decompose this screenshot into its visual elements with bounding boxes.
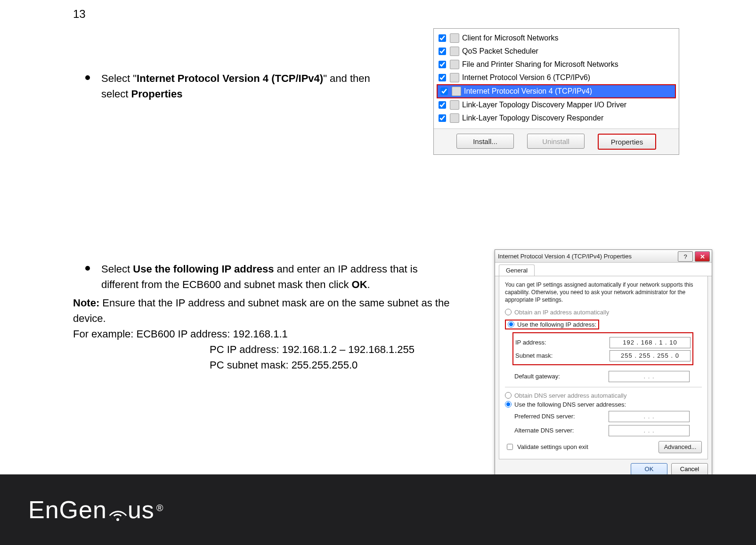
radio-obtain-ip[interactable]: Obtain an IP address automatically	[505, 309, 702, 316]
t: ECB600 IP address: 192.168.1.1	[133, 328, 287, 340]
help-button[interactable]: ?	[678, 251, 693, 262]
t: Properties	[131, 88, 183, 100]
protocol-icon	[452, 87, 461, 96]
preferred-dns-field[interactable]: . . .	[609, 411, 690, 422]
radio-use-dns[interactable]: Use the following DNS server addresses:	[505, 401, 702, 408]
alternate-dns-label: Alternate DNS server:	[514, 427, 604, 434]
brand-text-2: us	[128, 496, 154, 524]
t: OK	[352, 279, 367, 290]
connection-item[interactable]: Internet Protocol Version 6 (TCP/IPv6)	[437, 71, 676, 84]
connection-item-label: File and Printer Sharing for Microsoft N…	[462, 60, 618, 69]
footer: EnGen us ®	[0, 474, 756, 545]
radio-use-ip[interactable]: Use the following IP address:	[505, 320, 599, 329]
connection-item[interactable]: Client for Microsoft Networks	[437, 32, 676, 45]
example-label: For example:	[73, 328, 133, 340]
checkbox-input[interactable]	[439, 114, 446, 122]
screenshot-ipv4-properties: Internet Protocol Version 4 (TCP/IPv4) P…	[495, 249, 712, 481]
default-gateway-label: Default gateway:	[514, 373, 604, 380]
connection-item-label: Link-Layer Topology Discovery Mapper I/O…	[462, 101, 626, 109]
validate-checkbox[interactable]: Validate settings upon exit	[505, 442, 588, 451]
ok-button[interactable]: OK	[631, 463, 667, 475]
protocol-icon	[450, 113, 459, 123]
ip-address-label: IP address:	[515, 339, 605, 346]
connection-item-label: Client for Microsoft Networks	[462, 34, 559, 42]
connection-item-label: QoS Packet Scheduler	[462, 47, 538, 56]
radio-input[interactable]	[505, 392, 512, 399]
example-line-2: PC IP address: 192.168.1.2 – 192.168.1.2…	[210, 342, 450, 357]
note-text: Ensure that the IP address and subnet ma…	[73, 297, 449, 324]
protocol-icon	[450, 33, 459, 43]
connection-item-label: Internet Protocol Version 6 (TCP/IPv6)	[462, 73, 590, 82]
connection-item[interactable]: Link-Layer Topology Discovery Responder	[437, 112, 676, 125]
bullet-icon	[85, 75, 90, 80]
radio-label: Obtain DNS server address automatically	[514, 392, 626, 399]
default-gateway-field[interactable]: . . .	[609, 371, 690, 382]
t: Select "	[101, 72, 137, 84]
protocol-icon	[450, 60, 459, 69]
connection-item-label: Link-Layer Topology Discovery Responder	[462, 114, 603, 122]
preferred-dns-label: Preferred DNS server:	[514, 413, 604, 420]
checkbox-input[interactable]	[439, 74, 446, 81]
radio-label: Use the following IP address:	[517, 321, 596, 328]
subnet-mask-field[interactable]: 255 . 255 . 255 . 0	[610, 350, 691, 361]
dialog-title: Internet Protocol Version 4 (TCP/IPv4) P…	[498, 253, 632, 260]
ip-address-field[interactable]: 192 . 168 . 1 . 10	[610, 337, 691, 348]
connection-item[interactable]: Link-Layer Topology Discovery Mapper I/O…	[437, 98, 676, 112]
subnet-mask-label: Subnet mask:	[515, 352, 605, 359]
dialog-description: You can get IP settings assigned automat…	[505, 281, 702, 304]
t: Select	[101, 263, 133, 275]
radio-input[interactable]	[508, 321, 514, 328]
checkbox-input[interactable]	[507, 444, 513, 450]
checkbox-label: Validate settings upon exit	[517, 443, 588, 450]
connection-item[interactable]: File and Printer Sharing for Microsoft N…	[437, 58, 676, 71]
connection-list[interactable]: Client for Microsoft NetworksQoS Packet …	[434, 29, 679, 128]
page-number: 13	[73, 8, 86, 21]
button-row: Install... Uninstall Properties	[434, 128, 679, 154]
example-line-1: For example: ECB600 IP address: 192.168.…	[73, 326, 450, 342]
checkbox-input[interactable]	[439, 48, 446, 55]
protocol-icon	[450, 100, 459, 110]
divider	[505, 387, 702, 387]
t: .	[367, 279, 370, 290]
protocol-icon	[450, 73, 459, 82]
install-button[interactable]: Install...	[456, 134, 514, 149]
note-line: Note: Ensure that the IP address and sub…	[73, 295, 450, 326]
connection-item-label: Internet Protocol Version 4 (TCP/IPv4)	[464, 87, 592, 96]
ip-settings-group: IP address: 192 . 168 . 1 . 10 Subnet ma…	[512, 332, 693, 365]
checkbox-input[interactable]	[439, 61, 446, 68]
alternate-dns-field[interactable]: . . .	[609, 425, 690, 436]
protocol-icon	[450, 47, 459, 56]
cancel-button[interactable]: Cancel	[671, 463, 708, 475]
tab-strip: General	[495, 263, 712, 276]
note-label: Note:	[73, 297, 99, 309]
uninstall-button[interactable]: Uninstall	[527, 134, 585, 149]
wifi-i-icon	[108, 506, 127, 525]
checkbox-input[interactable]	[440, 88, 448, 95]
checkbox-input[interactable]	[439, 101, 446, 109]
dialog-titlebar: Internet Protocol Version 4 (TCP/IPv4) P…	[495, 250, 712, 263]
instruction-block-1: Select "Internet Protocol Version 4 (TCP…	[73, 71, 393, 104]
radio-label: Obtain an IP address automatically	[514, 309, 609, 316]
instruction-2-text: Select Use the following IP address and …	[101, 261, 450, 292]
radio-obtain-dns[interactable]: Obtain DNS server address automatically	[505, 392, 702, 399]
instruction-block-2: Select Use the following IP address and …	[73, 261, 450, 373]
close-button[interactable]: ✕	[695, 251, 710, 262]
bullet-icon	[85, 266, 90, 271]
dialog-body: You can get IP settings assigned automat…	[499, 276, 708, 459]
brand-text-1: EnGen	[28, 496, 107, 524]
t: Use the following IP address	[133, 263, 274, 275]
t: Internet Protocol Version 4 (TCP/IPv4)	[137, 72, 323, 84]
tab-general[interactable]: General	[499, 264, 535, 276]
screenshot-connection-items: Client for Microsoft NetworksQoS Packet …	[433, 28, 679, 155]
example-line-3: PC subnet mask: 255.255.255.0	[210, 357, 450, 373]
radio-input[interactable]	[505, 401, 512, 408]
brand-logo: EnGen us ®	[28, 496, 164, 524]
advanced-button[interactable]: Advanced...	[658, 441, 702, 453]
connection-item[interactable]: QoS Packet Scheduler	[437, 45, 676, 58]
checkbox-input[interactable]	[439, 34, 446, 42]
registered-icon: ®	[156, 503, 164, 513]
properties-button[interactable]: Properties	[598, 134, 656, 150]
connection-item[interactable]: Internet Protocol Version 4 (TCP/IPv4)	[437, 84, 676, 98]
radio-input[interactable]	[505, 309, 512, 315]
instruction-1-text: Select "Internet Protocol Version 4 (TCP…	[101, 71, 393, 102]
